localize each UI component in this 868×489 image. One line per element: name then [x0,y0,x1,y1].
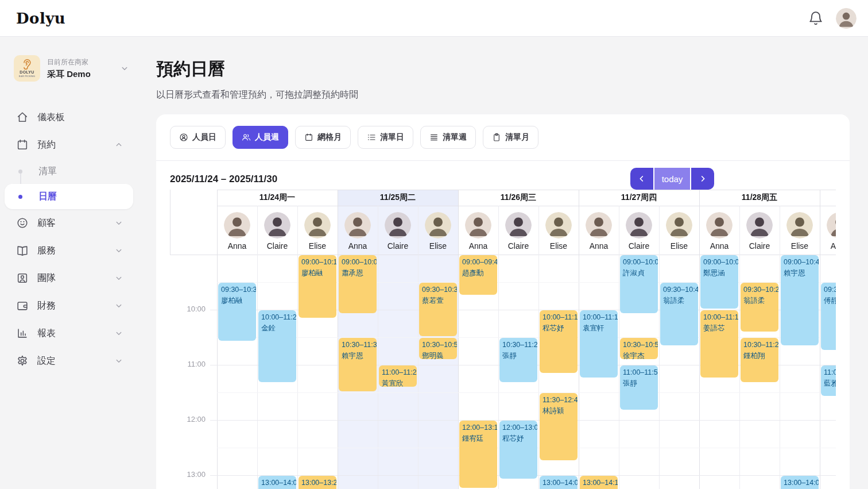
sidebar-item-booking[interactable]: 預約 [5,131,133,159]
time-label: 12:00 [170,415,206,423]
event-customer-name: 蕭承恩 [342,268,374,279]
staff-name: Claire [629,241,650,251]
event-block[interactable]: 09:30–10:4 翁語柔 [660,283,698,345]
event-block[interactable]: 11:00–11:2 黃宜欣 [379,365,417,387]
sidebar-subitem-calendar[interactable]: 日曆 [5,184,133,209]
event-time: 09:00–10:0 [703,257,735,268]
sidebar-item-label: 設定 [37,355,56,367]
business-name: 采耳 Demo [47,69,91,80]
page-title: 預約日曆 [156,57,868,81]
tab-list-day[interactable]: 清單日 [358,126,413,149]
tab-staff-week[interactable]: 人員週 [232,126,288,149]
sidebar-item-finance[interactable]: 財務 [5,292,133,319]
event-block[interactable]: 10:30–10:5 徐宇杰 [620,338,658,359]
event-block[interactable]: 09:00–10:0 許淑貞 [620,255,658,313]
day-header: 11/26周三 [458,190,579,206]
staff-name: Elise [309,241,326,251]
event-customer-name: 趙彥勳 [462,268,494,279]
event-block[interactable]: 10:00–11:1 程芯妤 [540,310,578,373]
tab-list-month[interactable]: 清單月 [483,126,538,149]
event-time: 10:30–10:5 [623,340,655,351]
wallet-icon [16,299,29,312]
business-logo-subtext: EAR PICKING [19,75,35,78]
tab-staff-day[interactable]: 人員日 [170,126,226,149]
staff-avatar [586,212,612,238]
prev-week-button[interactable] [630,168,653,190]
sidebar-subitem-label: 清單 [38,165,57,178]
event-block[interactable]: 10:30–10:5 鄧明義 [419,338,457,359]
event-block[interactable]: 13:00–14:1 [580,476,618,489]
event-block[interactable]: 10:00–11:1 袁宜軒 [580,310,618,378]
event-block[interactable]: 13:00–14:0 [540,476,578,489]
event-block[interactable]: 09:30–10:4 傅靜 [821,283,836,350]
sidebar-item-dashboard[interactable]: 儀表板 [5,103,133,131]
staff-column-header: Anna [217,206,257,255]
event-block[interactable]: 13:00–14:0 [781,476,819,489]
staff-name: Elise [671,241,688,251]
staff-column-header: Anna [820,206,836,255]
sidebar-item-customers[interactable]: 顧客 [5,209,133,237]
event-block[interactable]: 09:00–10:0 蕭承恩 [339,255,377,313]
event-block[interactable]: 10:30–11:3 賴宇恩 [339,338,377,391]
sidebar-item-label: 預約 [37,139,56,151]
event-customer-name: 金銓 [261,323,293,334]
event-customer-name: 賴宇恩 [342,351,374,361]
event-block[interactable]: 11:30–12:4 林詩穎 [540,393,578,460]
business-selector[interactable]: DOLYU EAR PICKING 目前所在商家 采耳 Demo [14,55,130,82]
event-block[interactable]: 13:00–13:2 [299,476,336,489]
event-block[interactable]: 11:00–11:3 藍雅 [821,365,836,396]
subnav-dot-icon [18,195,22,199]
notifications-bell-icon[interactable] [808,11,823,26]
user-avatar[interactable] [836,8,857,29]
sidebar-item-services[interactable]: 服務 [5,237,133,264]
event-block[interactable]: 10:30–11:2 鍾柏翔 [741,338,778,382]
event-block[interactable]: 09:30–10:2 翁語柔 [741,283,778,332]
event-block[interactable]: 13:00–14:0 [258,476,296,489]
event-block[interactable]: 09:30–10:3 廖柏融 [218,283,256,341]
sidebar-item-reports[interactable]: 報表 [5,319,133,347]
chevron-down-icon [114,328,124,338]
event-block[interactable]: 11:00–11:5 張靜 [620,365,658,410]
day-header: 11/27周四 [579,190,699,206]
today-button[interactable]: today [654,168,690,190]
event-customer-name: 姜語芯 [703,323,735,334]
event-block[interactable]: 12:00–13:0 程芯妤 [499,421,537,479]
event-time: 11:30–12:4 [542,395,575,406]
event-block[interactable]: 09:00–10:4 賴宇恩 [781,255,819,345]
event-time: 09:00–10:1 [301,257,334,268]
day-header: 11/28周五 [699,190,820,206]
next-week-button[interactable] [691,168,714,190]
event-customer-name: 張靜 [502,351,534,361]
tab-list-week[interactable]: 清單週 [420,126,476,149]
event-customer-name: 程芯妤 [502,433,534,444]
event-block[interactable]: 12:00–13:1 鍾宥廷 [459,421,497,488]
event-customer-name: 藍雅 [824,378,836,389]
event-customer-name: 蔡若萱 [422,295,454,306]
staff-column-header: Anna [338,206,378,255]
staff-avatar [465,212,491,238]
staff-name: Anna [710,241,729,251]
event-block[interactable]: 09:00–10:0 鄭思涵 [700,255,738,309]
staff-column-header: Elise [297,206,338,255]
event-block[interactable]: 10:00–11:1 姜語芯 [700,310,738,378]
event-customer-name: 傅靜 [824,295,836,306]
book-icon [16,244,29,257]
event-block[interactable]: 10:30–11:2 張靜 [499,338,537,382]
sidebar-subitem-list[interactable]: 清單 [5,159,133,184]
event-block[interactable]: 09:00–09:4 趙彥勳 [459,255,497,295]
sidebar-item-settings[interactable]: 設定 [5,347,133,375]
tab-label: 網格月 [317,132,342,143]
event-block[interactable]: 09:00–10:1 廖柏融 [299,255,336,318]
sidebar-item-team[interactable]: 團隊 [5,264,133,292]
day-header [820,190,836,206]
sidebar-item-label: 儀表板 [37,111,65,124]
tab-grid-month[interactable]: 網格月 [295,126,351,149]
gear-icon [16,355,29,367]
event-block[interactable]: 09:30–10:3 蔡若萱 [419,283,457,336]
sidebar-item-label: 顧客 [37,217,56,229]
event-block[interactable]: 10:00–11:2 金銓 [258,310,296,382]
chevron-down-icon [114,245,124,256]
event-time: 10:30–11:2 [502,340,534,351]
event-time: 12:00–13:1 [462,422,494,433]
staff-avatar [385,212,411,238]
